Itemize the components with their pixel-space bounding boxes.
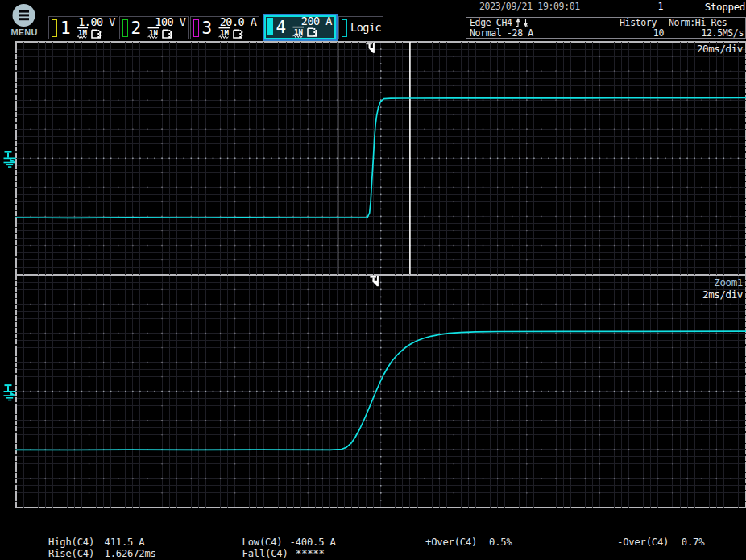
- channel-2-probe-icon: [162, 28, 173, 39]
- trigger-type-source: Edge CH4: [470, 17, 512, 28]
- svg-text:1N: 1N: [294, 27, 303, 35]
- channel-4-probe-icon: [307, 27, 318, 38]
- history-value: 10: [620, 28, 664, 39]
- zoom-timebase-label: 2ms/div: [702, 288, 743, 301]
- logic-label: Logic: [350, 21, 381, 34]
- zoom-window-name: Zoom1: [714, 276, 743, 288]
- meas-high-label: High(C4): [48, 537, 94, 548]
- meas-low-label: Low(C4): [242, 537, 283, 548]
- channel-1-number: 1: [60, 19, 71, 38]
- sample-rate: 12.5MS/s: [669, 28, 744, 39]
- trigger-position-marker-zoom[interactable]: [370, 276, 379, 286]
- channel-3-color-bar: [193, 19, 199, 37]
- acquisition-count: 1: [652, 2, 663, 12]
- trigger-position-marker-main[interactable]: [366, 43, 375, 53]
- trigger-box-divider: [615, 18, 615, 39]
- channel-box-2[interactable]: 2 100 V 1N: [119, 16, 189, 39]
- menu-button-label[interactable]: MENU: [6, 27, 43, 37]
- channel-3-coupling-icon: 1M: [218, 27, 232, 39]
- meas-fall-value: *****: [296, 549, 325, 559]
- channel-2-coupling-icon: 1N: [147, 27, 161, 39]
- meas-high-value: 411.5 A: [105, 537, 145, 548]
- channel-1-color-bar: [52, 19, 57, 37]
- channel-4-color-bar: [267, 18, 273, 35]
- svg-text:1N: 1N: [149, 29, 158, 37]
- waveform-display: [0, 0, 746, 560]
- channel-3-number: 3: [202, 19, 213, 38]
- meas-pover-label: +Over(C4): [425, 537, 477, 548]
- meas-low-value: -400.5 A: [290, 537, 336, 548]
- trigger-info-box[interactable]: Edge CH4 Normal -28 A History Norm:Hi-Re…: [466, 17, 746, 39]
- svg-text:1M: 1M: [220, 29, 229, 37]
- main-timebase-label: 20ms/div: [697, 43, 743, 55]
- channel-4-number: 4: [276, 19, 287, 37]
- svg-text:1M: 1M: [78, 29, 87, 37]
- meas-pover-value: 0.5%: [489, 537, 512, 548]
- channel-1-scale: 1.00 V: [78, 16, 115, 27]
- meas-fall-label: Fall(C4): [242, 549, 288, 559]
- meas-nover-label: -Over(C4): [617, 537, 669, 548]
- channel-2-number: 2: [131, 19, 142, 38]
- channel-box-3[interactable]: 3 20.0 A 1M: [190, 16, 260, 39]
- logic-color-bar: [342, 19, 347, 37]
- oscilloscope-screen: MENU 1 1.00 V 1M 2 100 V 1N 3 20.0 A 1M …: [0, 0, 746, 560]
- meas-nover-value: 0.7%: [682, 537, 705, 548]
- trigger-mode-level: Normal -28 A: [470, 28, 533, 39]
- ch4-level-marker-main[interactable]: [4, 151, 16, 168]
- channel-4-scale: 200 A: [301, 15, 332, 27]
- channel-1-probe-icon: [91, 28, 102, 39]
- meas-rise-label: Rise(C4): [48, 549, 94, 559]
- channel-box-1[interactable]: 1 1.00 V 1M: [48, 16, 118, 39]
- channel-3-probe-icon: [233, 28, 244, 39]
- ch4-level-marker-zoom[interactable]: [4, 384, 16, 400]
- run-status: Stopped: [705, 2, 745, 12]
- datetime: 2023/09/21 19:09:01: [479, 2, 580, 12]
- channel-2-scale: 100 V: [155, 16, 185, 27]
- logic-button[interactable]: Logic: [338, 16, 383, 39]
- meas-rise-value: 1.62672ms: [105, 549, 156, 559]
- hamburger-menu-icon: [6, 2, 44, 28]
- channel-4-coupling-icon: 1N: [292, 26, 306, 38]
- channel-box-4[interactable]: 4 200 A 1N: [264, 15, 336, 39]
- channel-3-scale: 20.0 A: [220, 16, 257, 27]
- channel-1-coupling-icon: 1M: [77, 27, 90, 39]
- history-label: History: [620, 18, 657, 28]
- channel-2-color-bar: [122, 19, 128, 37]
